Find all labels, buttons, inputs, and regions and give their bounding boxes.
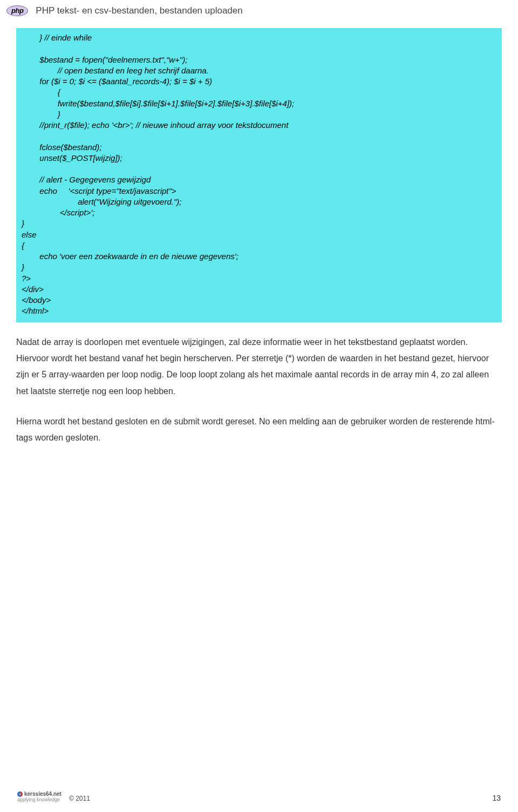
paragraph-2: Hierna wordt het bestand gesloten en de … [16, 414, 502, 446]
gear-icon [17, 791, 23, 797]
page-footer: kerssies64.net applying knowledge © 2011… [0, 791, 518, 802]
code-block: } // einde while $bestand = fopen("deeln… [16, 28, 502, 322]
paragraph-1: Nadat de array is doorlopen met eventuel… [16, 334, 502, 400]
footer-brand-text: kerssies64.net [24, 791, 62, 797]
page-header: php PHP tekst- en csv-bestanden, bestand… [0, 0, 518, 16]
footer-brand: kerssies64.net [17, 791, 62, 797]
footer-left: kerssies64.net applying knowledge © 2011 [17, 791, 90, 802]
body-text: Nadat de array is doorlopen met eventuel… [16, 334, 502, 446]
footer-logo: kerssies64.net applying knowledge [17, 791, 62, 802]
page-title: PHP tekst- en csv-bestanden, bestanden u… [36, 5, 242, 16]
php-badge: php [6, 5, 28, 16]
footer-year: © 2011 [69, 795, 90, 802]
footer-page-number: 13 [492, 794, 501, 802]
footer-tagline: applying knowledge [17, 797, 62, 802]
